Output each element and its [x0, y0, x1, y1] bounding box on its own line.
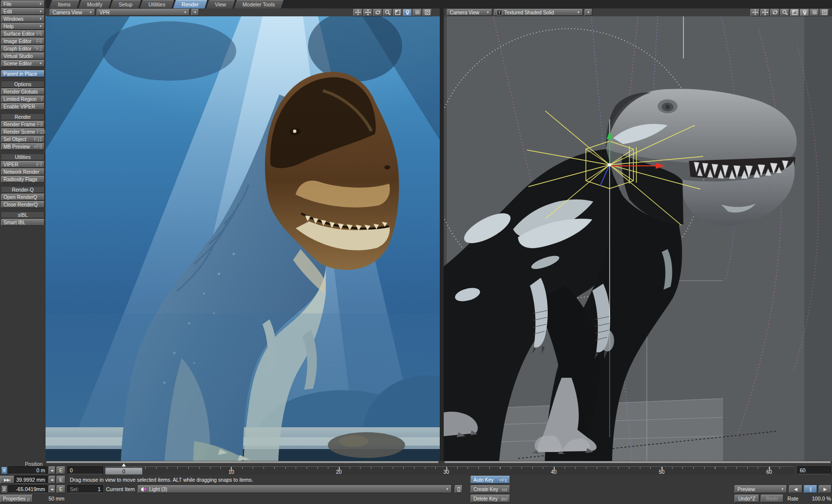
maximize-icon[interactable] [790, 9, 799, 16]
tab[interactable]: Modeler Tools [234, 0, 284, 8]
sidebar-button[interactable]: Network Render ▼ [1, 168, 45, 175]
orbit-icon[interactable] [770, 9, 780, 16]
go-to-end-button[interactable]: ▶▶| [0, 476, 14, 484]
sidebar-button[interactable]: Radiosity Flags ▼ [1, 176, 45, 183]
sidebar-button[interactable]: Help ▼ [1, 23, 45, 30]
z-axis-toggle[interactable]: Z [1, 485, 7, 493]
move-icon[interactable] [750, 9, 760, 16]
right-render-mode-dropdown[interactable]: T Textured Shaded Solid ▼ [494, 9, 583, 16]
sidebar-button[interactable]: Graph Editor ^F2 ▼ [1, 45, 45, 52]
orbit-icon[interactable] [373, 9, 382, 16]
z-position-field[interactable]: -65.0419mm [8, 485, 48, 493]
sidebar-button[interactable]: Surface Editor F5 ▼ [1, 30, 45, 37]
rotate-icon[interactable] [363, 9, 372, 16]
sidebar-button[interactable]: Edit ▼ [1, 8, 45, 15]
tab[interactable]: Modify [78, 0, 111, 8]
camera-icon[interactable] [403, 9, 412, 16]
sidebar-button[interactable]: Sel Object F11 ▼ [1, 136, 45, 143]
end-frame-field[interactable]: 60 [797, 466, 831, 474]
y-envelope-button[interactable]: E [56, 476, 65, 484]
sidebar-button[interactable]: Image Editor F6 ▼ [1, 38, 45, 45]
pause-button[interactable]: || [804, 485, 817, 493]
right-view-type-dropdown[interactable]: Camera View ▼ [447, 9, 492, 16]
current-item-dropdown[interactable]: Light (3) ▼ [138, 485, 452, 493]
sidebar-button[interactable]: Scene Editor ▼ [1, 60, 45, 67]
timeline-ruler[interactable]: 0 102030405060 [105, 466, 794, 475]
x-envelope-button[interactable]: E [56, 466, 65, 474]
tab[interactable]: Utilities [140, 0, 174, 8]
z-envelope-button[interactable]: E [56, 485, 65, 493]
sidebar-button[interactable]: Enable VIPER ▼ [1, 103, 45, 110]
sidebar-button[interactable]: File ▼ [1, 0, 45, 7]
right-viewport-toolbar [750, 9, 829, 16]
right-viewport-scene[interactable] [444, 16, 832, 461]
sidebar-button[interactable]: Render Globals ▼ [1, 88, 45, 95]
list-icon[interactable] [413, 9, 422, 16]
play-reverse-button[interactable]: ◀ [789, 485, 802, 493]
selection-count-field[interactable]: Sel: 1 [67, 485, 103, 493]
sidebar-button[interactable]: Open RenderQ ▼ [1, 194, 45, 201]
sidebar-button[interactable]: VIPER F7 ▼ [1, 161, 45, 168]
left-viewport-scene[interactable] [46, 16, 440, 461]
sidebar-button[interactable]: ▼ [1, 183, 45, 186]
sidebar-button[interactable]: Smart IBL ▼ [1, 219, 45, 226]
sidebar-button[interactable]: Virtual Studio ▼ [1, 52, 45, 59]
auto-key-button[interactable]: Auto Key +F1 [470, 476, 510, 484]
x-position-field[interactable]: 0 m [8, 466, 48, 474]
window-icon[interactable] [422, 9, 432, 16]
rotate-icon[interactable] [760, 9, 770, 16]
sidebar-button[interactable]: sIBL ▼ [1, 211, 45, 218]
left-view-type-dropdown[interactable]: Camera View ▼ [50, 9, 95, 16]
sidebar-button[interactable]: ▼ [1, 151, 45, 153]
window-icon[interactable] [820, 9, 829, 16]
sidebar-button[interactable]: Render ▼ [1, 113, 45, 120]
grid-size-value: 50 mm [30, 496, 64, 502]
redo-button[interactable]: Redo [761, 495, 783, 503]
sidebar-button-label: Render Scene [3, 129, 35, 135]
sidebar-button[interactable]: Render Frame F9 ▼ [1, 121, 45, 128]
sidebar-button[interactable]: ▼ [1, 67, 45, 70]
item-lock-button[interactable] [455, 485, 463, 493]
sidebar-button[interactable]: Render-Q ▼ [1, 186, 45, 193]
delete-key-button[interactable]: Delete Key del [470, 495, 510, 503]
viewport-divider[interactable] [440, 8, 444, 461]
y-nudge-buttons[interactable]: ◀▶ [49, 476, 55, 484]
move-icon[interactable] [353, 9, 363, 16]
sidebar-button[interactable]: MB Preview +F9 ▼ [1, 143, 45, 150]
maximize-icon[interactable] [393, 9, 402, 16]
create-key-button[interactable]: Create Key ret [470, 485, 510, 493]
x-axis-toggle[interactable]: X [1, 466, 7, 474]
sidebar-button[interactable]: Close RenderQ ▼ [1, 201, 45, 208]
x-nudge-buttons[interactable]: ◀▶ [49, 466, 55, 474]
camera-icon[interactable] [800, 9, 809, 16]
tab[interactable]: View [207, 0, 235, 8]
timeline-slider[interactable]: 0 [105, 467, 143, 475]
undo-button[interactable]: Undo^Z [734, 495, 759, 503]
play-forward-button[interactable]: ▶ [819, 485, 832, 493]
z-nudge-buttons[interactable]: ◀▶ [49, 485, 55, 493]
zoom-icon[interactable] [383, 9, 392, 16]
right-viewport-options-dropdown[interactable]: ▼ [584, 9, 592, 16]
sidebar-button[interactable]: ▼ [1, 78, 45, 80]
sidebar-button[interactable]: Render Scene F10 ▼ [1, 128, 45, 135]
sidebar-button[interactable]: Utilities ▼ [1, 153, 45, 160]
preview-dropdown[interactable]: Preview ▼ [734, 485, 787, 493]
left-render-mode-dropdown[interactable]: VPR ▼ [97, 9, 190, 16]
right-viewport-scrollbar[interactable] [444, 461, 831, 463]
list-icon[interactable] [810, 9, 819, 16]
sidebar-button[interactable]: Options ▼ [1, 81, 45, 88]
tab[interactable]: Items [49, 0, 79, 8]
rate-value[interactable]: 100.0 % [800, 496, 831, 502]
sidebar-button[interactable]: ▼ [1, 208, 45, 211]
sidebar-button[interactable]: Windows ▼ [1, 15, 45, 22]
left-viewport-options-dropdown[interactable]: ▼ [191, 9, 199, 16]
item-type-button[interactable]: Properties p [0, 495, 33, 503]
sidebar-button[interactable]: ▼ [1, 110, 45, 113]
sidebar-button[interactable]: Parent in Place ▼ [1, 70, 45, 77]
tab[interactable]: Render [173, 0, 208, 8]
tab[interactable]: Setup [110, 0, 141, 8]
left-viewport-scrollbar[interactable] [46, 461, 439, 463]
zoom-icon[interactable] [780, 9, 789, 16]
sidebar-button[interactable]: Limited Region l ▼ [1, 96, 45, 102]
current-frame-field[interactable]: 0 [67, 466, 103, 474]
